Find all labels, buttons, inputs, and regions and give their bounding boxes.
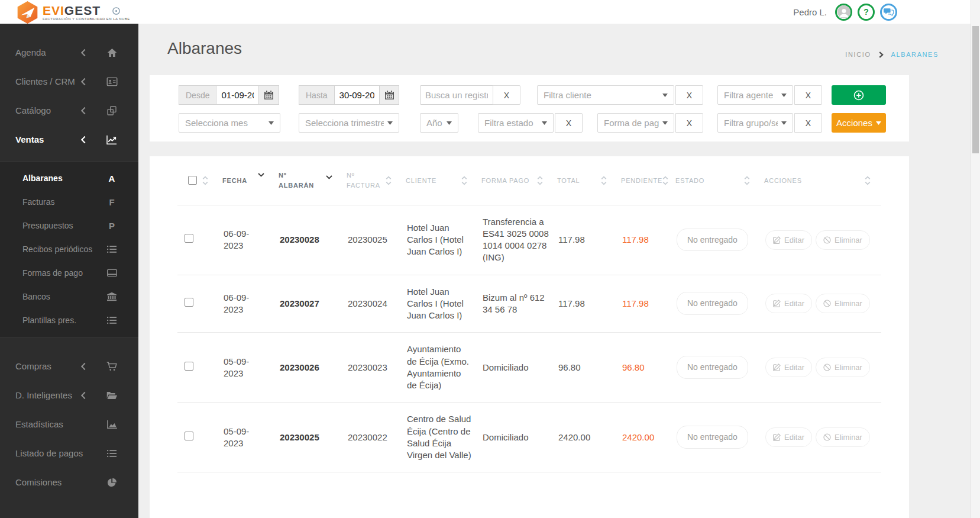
sort-icon[interactable]: [537, 176, 543, 185]
edit-button[interactable]: Editar: [765, 427, 812, 447]
col-header-estado[interactable]: ESTADO: [672, 156, 761, 205]
edit-button[interactable]: Editar: [765, 294, 812, 313]
sort-icon[interactable]: [744, 176, 750, 185]
pie-chart-icon: [105, 478, 118, 487]
letter-f-icon: F: [105, 197, 118, 207]
clear-cliente-button[interactable]: X: [675, 85, 703, 105]
search-input[interactable]: [420, 85, 493, 105]
page-scrollbar[interactable]: [971, 0, 980, 518]
col-header-albaran[interactable]: Nº ALBARÁN: [275, 156, 343, 205]
chevron-left-icon: [80, 49, 86, 56]
sort-desc-icon[interactable]: [326, 175, 332, 179]
table-row: 05-09-20232023002520230022Centro de Salu…: [177, 403, 881, 472]
sidebar-item-listado-de-pagos[interactable]: Listado de pagos: [0, 439, 138, 468]
cell-forma-pago: Domiciliado: [478, 333, 554, 403]
select-trimestre[interactable]: Selecciona trimestre: [299, 113, 399, 133]
scrollbar-thumb[interactable]: [972, 26, 979, 153]
col-header-fecha[interactable]: FECHA: [219, 156, 275, 205]
edit-button[interactable]: Editar: [765, 230, 812, 250]
sort-desc-icon[interactable]: [258, 173, 264, 177]
calendar-icon[interactable]: [380, 85, 399, 105]
chart-area-icon: [105, 420, 118, 429]
date-to-label: Hasta: [299, 85, 335, 105]
table-row: 05-09-20232023002620230023Ayuntamiento d…: [177, 333, 881, 403]
table-row: 06-09-20232023002720230024Hotel Juan Car…: [177, 275, 881, 333]
sort-icon[interactable]: [865, 176, 871, 185]
col-header-total[interactable]: TOTAL: [554, 156, 617, 205]
clear-agente-button[interactable]: X: [794, 85, 822, 105]
date-to-input[interactable]: [335, 85, 380, 105]
sort-icon[interactable]: [461, 176, 467, 185]
row-checkbox[interactable]: [185, 362, 193, 371]
cell-pendiente: 117.98: [617, 275, 672, 333]
sidebar-item-albaranes[interactable]: AlbaranesA: [0, 166, 138, 190]
breadcrumb-inicio[interactable]: INICIO: [845, 51, 871, 58]
sidebar-item-formas-de-pago[interactable]: Formas de pago: [0, 261, 138, 285]
delete-button[interactable]: Eliminar: [816, 427, 870, 447]
sidebar-item-estad-sticas[interactable]: Estadísticas: [0, 410, 138, 439]
select-anio[interactable]: Año: [420, 113, 458, 133]
sidebar-item-ventas[interactable]: Ventas: [0, 125, 138, 154]
date-from-input[interactable]: [216, 85, 259, 105]
status-badge: No entregado: [677, 229, 748, 252]
edit-button[interactable]: Editar: [765, 358, 812, 377]
cell-albaran: 20230028: [275, 205, 343, 275]
help-button[interactable]: ?: [858, 4, 875, 21]
clear-grupo-button[interactable]: X: [794, 113, 822, 133]
sidebar-item-d-inteligentes[interactable]: D. Inteligentes: [0, 381, 138, 410]
acciones-button[interactable]: Acciones: [832, 113, 886, 133]
target-icon[interactable]: [112, 7, 121, 16]
sort-icon[interactable]: [601, 176, 607, 185]
col-header-acciones[interactable]: ACCIONES: [761, 156, 881, 205]
col-header-pendiente[interactable]: PENDIENTE: [617, 156, 672, 205]
delete-button[interactable]: Eliminar: [816, 230, 870, 250]
filter-agente-select[interactable]: Filtra agente: [717, 85, 793, 105]
clear-estado-button[interactable]: X: [555, 113, 583, 133]
sidebar-item-bancos[interactable]: Bancos: [0, 285, 138, 308]
sidebar-item-clientes-crm[interactable]: Clientes / CRM: [0, 67, 138, 96]
ban-icon: [823, 363, 831, 371]
date-from-label: Desde: [179, 85, 216, 105]
sidebar-item-facturas[interactable]: FacturasF: [0, 190, 138, 214]
calendar-icon[interactable]: [259, 85, 279, 105]
clear-search-button[interactable]: X: [493, 85, 520, 105]
row-checkbox[interactable]: [185, 432, 193, 440]
col-header-cliente[interactable]: CLIENTE: [402, 156, 478, 205]
sidebar-item-cat-logo[interactable]: Catálogo: [0, 96, 138, 125]
delete-button[interactable]: Eliminar: [816, 294, 870, 313]
sidebar-item-label: D. Inteligentes: [15, 390, 72, 400]
cell-factura: 20230022: [343, 403, 402, 472]
col-header-forma-pago[interactable]: FORMA PAGO: [478, 156, 554, 205]
filter-cliente-select[interactable]: Filtra cliente: [537, 85, 674, 105]
add-button[interactable]: [832, 85, 886, 105]
sort-icon[interactable]: [202, 176, 208, 185]
sidebar-item-label: Bancos: [22, 292, 50, 301]
col-header-factura[interactable]: Nº FACTURA: [343, 156, 402, 205]
chevron-left-icon: [80, 391, 86, 399]
filter-grupo-select[interactable]: Filtra grupo/sede: [717, 113, 793, 133]
sidebar-item-comisiones[interactable]: Comisiones: [0, 468, 138, 497]
delete-button[interactable]: Eliminar: [816, 358, 870, 377]
cell-fecha: 05-09-2023: [219, 403, 275, 472]
row-checkbox[interactable]: [185, 298, 193, 307]
sort-icon[interactable]: [386, 176, 392, 185]
avatar[interactable]: [835, 4, 852, 21]
user-name[interactable]: Pedro L.: [793, 7, 827, 17]
filter-estado-select[interactable]: Filtra estado: [478, 113, 554, 133]
edit-icon: [773, 433, 781, 441]
select-mes[interactable]: Selecciona mes: [179, 113, 280, 133]
sidebar-item-label: Clientes / CRM: [15, 76, 75, 86]
clear-forma-pago-button[interactable]: X: [675, 113, 703, 133]
sidebar-item-recibos-peri-dicos[interactable]: Recibos periódicos: [0, 237, 138, 261]
credit-card-icon: [105, 269, 118, 277]
row-checkbox[interactable]: [185, 234, 193, 243]
chat-button[interactable]: [880, 4, 897, 21]
filter-forma-pago-select[interactable]: Forma de pago: [597, 113, 674, 133]
sidebar-item-label: Ventas: [15, 134, 44, 144]
sidebar-item-compras[interactable]: Compras: [0, 352, 138, 381]
sidebar-item-plantillas-pres[interactable]: Plantillas pres.: [0, 308, 138, 332]
sort-icon[interactable]: [662, 176, 668, 185]
sidebar-item-agenda[interactable]: Agenda: [0, 38, 138, 67]
select-all-checkbox[interactable]: [188, 176, 197, 185]
sidebar-item-presupuestos[interactable]: PresupuestosP: [0, 214, 138, 237]
